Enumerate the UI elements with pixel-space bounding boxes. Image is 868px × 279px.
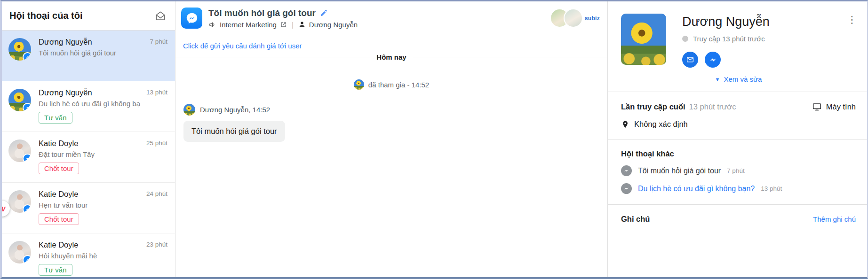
desktop-icon [812, 102, 822, 112]
conversation-preview: Hẹn tư vấn tour [39, 201, 140, 209]
join-event-row: đã tham gia - 14:52 [175, 79, 607, 90]
agent-avatar [564, 8, 583, 28]
separator: | [290, 21, 295, 29]
app-window: Hội thoại của tôi Dương Nguyễn Tôi muốn … [0, 0, 868, 279]
profile-avatar [621, 14, 666, 65]
conversation-sidebar: Hội thoại của tôi Dương Nguyễn Tôi muốn … [2, 1, 175, 277]
status-dot [682, 36, 688, 42]
messenger-badge-icon [23, 154, 31, 162]
messenger-badge-icon [23, 255, 31, 264]
avatar [8, 241, 31, 264]
messenger-button[interactable] [705, 52, 721, 68]
other-conversation-row[interactable]: Tôi muốn hỏi giá gói tour 7 phút [621, 165, 856, 176]
message-bubble: Tôi muốn hỏi giá gói tour [183, 121, 285, 142]
date-divider: Hôm nay [370, 53, 413, 61]
conversation-item[interactable]: Katie Doyle Hẹn tư vấn tour Chốt tour 24… [2, 183, 175, 233]
other-conversations-title: Hội thoại khác [621, 149, 856, 158]
conversation-tag: Chốt tour [39, 163, 79, 174]
external-link-icon[interactable] [280, 21, 287, 28]
person-icon [298, 21, 306, 28]
add-note-link[interactable]: Thêm ghi chú [813, 215, 856, 223]
conversation-preview: Đặt tour miền Tây [39, 150, 140, 158]
last-visit-value: 13 phút trước [689, 102, 736, 111]
conversation-item[interactable]: Dương Nguyễn Tôi muốn hỏi giá gói tour 7… [2, 31, 175, 81]
avatar [8, 38, 31, 61]
rating-request-row: Click để gửi yêu cầu đánh giá tới user H… [175, 35, 607, 57]
speaker-icon [208, 21, 216, 29]
avatar [354, 79, 364, 90]
messenger-badge-icon [23, 52, 31, 61]
view-edit-link[interactable]: Xem và sửa [724, 75, 762, 83]
chevron-down-icon: ▼ [715, 77, 720, 82]
messenger-badge-icon [23, 103, 31, 111]
messenger-icon [621, 165, 632, 176]
conversation-time: 23 phút [146, 241, 167, 248]
other-conversation-text[interactable]: Tôi muốn hỏi giá gói tour [638, 167, 721, 175]
contact-profile-panel: ⋮ Dương Nguyễn Truy cập 13 phút trước [608, 1, 867, 277]
avatar [8, 190, 31, 213]
avatar [183, 104, 195, 116]
join-event-text: đã tham gia - 14:52 [368, 81, 429, 89]
conversation-item[interactable]: Katie Doyle Đặt tour miền Tây Chốt tour … [2, 132, 175, 183]
conversation-tag: Tư vấn [39, 112, 72, 124]
kebab-menu-icon[interactable]: ⋮ [845, 13, 859, 26]
email-button[interactable] [682, 52, 698, 68]
conversation-item[interactable]: Katie Doyle Hỏi khuyến mãi hè Tư vấn 23 … [2, 233, 175, 279]
profile-status-text: Truy cập 13 phút trước [693, 35, 765, 43]
notes-title: Ghi chú [621, 215, 650, 224]
conversation-time: 7 phút [150, 38, 167, 45]
messenger-icon [621, 183, 632, 194]
assignee-name: Dương Nguyễn [309, 21, 358, 29]
device-type: Máy tính [826, 102, 856, 111]
location-pin-icon [621, 120, 629, 129]
edit-pencil-icon[interactable] [320, 9, 328, 17]
conversation-preview: Tôi muốn hỏi giá gói tour [39, 49, 140, 57]
chat-panel: Tôi muốn hỏi giá gói tour Inter [175, 1, 608, 277]
profile-name: Dương Nguyễn [682, 15, 770, 29]
conversation-time: 13 phút [146, 89, 167, 96]
chat-header: Tôi muốn hỏi giá gói tour Inter [175, 1, 607, 35]
other-conversation-time: 13 phút [761, 185, 782, 192]
message-sender: Dương Nguyễn, 14:52 [200, 106, 270, 114]
subiz-logo: subiz [585, 15, 600, 22]
other-conversation-row[interactable]: Du lịch hè có ưu đãi gì không bạn? 13 ph… [621, 183, 856, 194]
conversation-item[interactable]: Dương Nguyễn Du lịch hè có ưu đãi gì khô… [2, 81, 175, 132]
notes-section: Ghi chú Thêm ghi chú [608, 204, 867, 234]
avatar [8, 140, 31, 162]
last-visit-label: Lần truy cập cuối [621, 102, 685, 111]
conversation-time: 25 phút [146, 140, 167, 147]
other-conversations-section: Hội thoại khác Tôi muốn hỏi giá gói tour… [608, 139, 867, 204]
location-value: Không xác định [634, 120, 688, 129]
other-conversation-time: 7 phút [727, 167, 745, 174]
send-rating-link[interactable]: Click để gửi yêu cầu đánh giá tới user [183, 42, 302, 50]
conversation-name: Dương Nguyễn [39, 38, 167, 46]
sidebar-title: Hội thoại của tôi [9, 10, 83, 21]
channel-name: Internet Marketing [220, 21, 277, 29]
conversation-tag: Chốt tour [39, 213, 79, 225]
chat-title: Tôi muốn hỏi giá gói tour [208, 8, 316, 18]
last-visit-section: Lần truy cập cuối 13 phút trước Máy tính [608, 92, 867, 139]
conversation-tag: Tư vấn [39, 264, 72, 276]
sidebar-header: Hội thoại của tôi [2, 1, 175, 31]
avatar [8, 89, 31, 111]
conversation-preview: Du lịch hè có ưu đãi gì không bạn? [39, 100, 140, 108]
conversation-preview: Hỏi khuyến mãi hè [39, 252, 140, 260]
conversation-time: 24 phút [146, 190, 167, 197]
open-envelope-icon[interactable] [154, 10, 167, 22]
messenger-badge-icon [23, 204, 31, 213]
messenger-app-icon [181, 8, 202, 29]
other-conversation-text[interactable]: Du lịch hè có ưu đãi gì không bạn? [638, 185, 755, 193]
message-group: Dương Nguyễn, 14:52 Tôi muốn hỏi giá gói… [183, 104, 607, 142]
